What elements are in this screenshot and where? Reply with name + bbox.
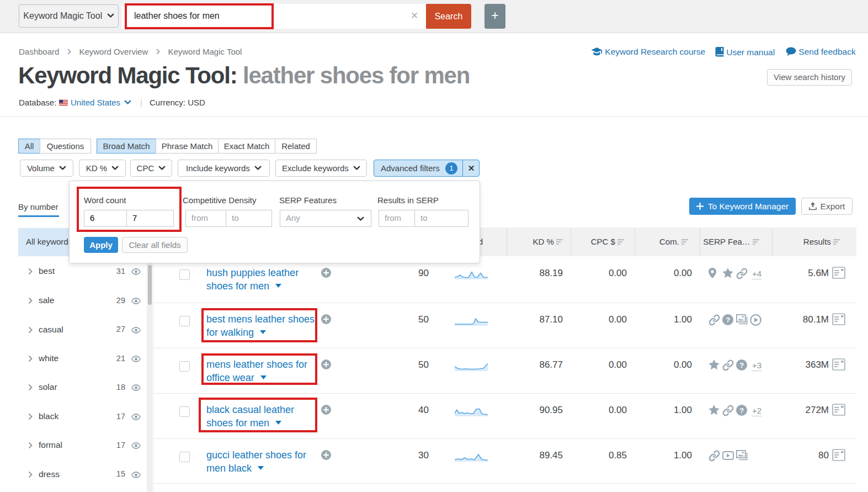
svg-text:?: ? [739,406,744,415]
svg-text:?: ? [739,361,744,369]
svg-text:?: ? [726,316,730,324]
